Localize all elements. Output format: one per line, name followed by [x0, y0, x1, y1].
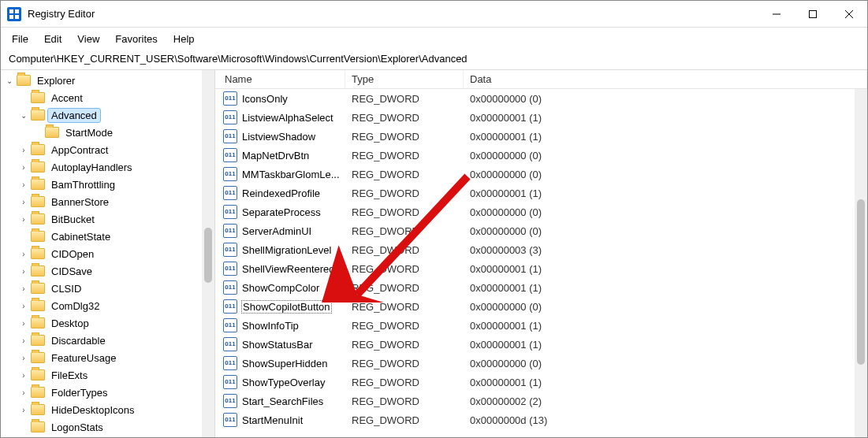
tree-scrollbar[interactable] [202, 70, 214, 437]
value-row[interactable]: 011ReindexedProfileREG_DWORD0x00000001 (… [215, 184, 867, 202]
chevron-right-icon[interactable]: › [18, 144, 29, 155]
value-name: ListviewAlphaSelect [242, 112, 333, 124]
tree-node[interactable]: ·StartMode [1, 124, 214, 141]
folder-icon [31, 213, 45, 225]
menu-view[interactable]: View [69, 31, 107, 47]
value-row[interactable]: 011SeparateProcessREG_DWORD0x00000000 (0… [215, 202, 867, 221]
value-row[interactable]: 011MapNetDrvBtnREG_DWORD0x00000000 (0) [215, 146, 867, 165]
tree-node[interactable]: ⌄Explorer [1, 72, 214, 89]
chevron-right-icon[interactable]: › [18, 317, 29, 328]
value-row[interactable]: 011ShowInfoTipREG_DWORD0x00000001 (1) [215, 316, 867, 335]
chevron-right-icon[interactable]: › [18, 300, 29, 311]
chevron-right-icon[interactable]: › [18, 352, 29, 363]
address-bar[interactable]: Computer\HKEY_CURRENT_USER\Software\Micr… [1, 50, 867, 70]
menu-help[interactable]: Help [166, 31, 203, 47]
value-row[interactable]: 011ShellViewReenteredREG_DWORD0x00000001… [215, 259, 867, 278]
chevron-right-icon[interactable]: › [18, 248, 29, 259]
window-title: Registry Editor [28, 8, 95, 20]
tree-node[interactable]: ›Desktop [1, 314, 214, 332]
maximize-button[interactable] [795, 1, 831, 28]
value-row[interactable]: 011ShowTypeOverlayREG_DWORD0x00000001 (1… [215, 373, 867, 392]
close-button[interactable] [831, 1, 867, 28]
tree-node[interactable]: ·Accent [1, 89, 214, 106]
value-name: ServerAdminUI [242, 225, 311, 237]
tree-node[interactable]: ›AppContract [1, 141, 214, 158]
chevron-right-icon[interactable]: › [18, 265, 29, 277]
cell-name: 011ReindexedProfile [215, 186, 345, 200]
chevron-right-icon[interactable]: › [18, 404, 29, 415]
value-row[interactable]: 011StartMenuInitREG_DWORD0x0000000d (13) [215, 410, 867, 429]
tree-node[interactable]: ›FileExts [1, 366, 214, 384]
cell-data: 0x00000001 (1) [464, 377, 867, 388]
chevron-right-icon[interactable]: › [18, 179, 29, 190]
tree-node[interactable]: ›FolderTypes [1, 384, 214, 401]
header-name[interactable]: Name [215, 70, 345, 88]
value-row[interactable]: 011Start_SearchFilesREG_DWORD0x00000002 … [215, 392, 867, 410]
chevron-down-icon[interactable]: ⌄ [4, 75, 15, 86]
titlebar: Registry Editor [1, 1, 867, 28]
value-row[interactable]: 011ListviewAlphaSelectREG_DWORD0x0000000… [215, 108, 867, 127]
tree-node[interactable]: ›CIDOpen [1, 245, 214, 262]
list-pane: Name Type Data 011IconsOnlyREG_DWORD0x00… [215, 70, 867, 437]
folder-icon [45, 127, 59, 138]
folder-icon [31, 421, 45, 432]
menu-edit[interactable]: Edit [36, 31, 69, 47]
value-row[interactable]: 011ListviewShadowREG_DWORD0x00000001 (1) [215, 127, 867, 146]
dword-value-icon: 011 [223, 318, 237, 332]
tree-node-label: BitBucket [48, 213, 98, 226]
value-row[interactable]: 011ShowCopilotButtonREG_DWORD0x00000000 … [215, 297, 867, 316]
cell-name: 011ListviewShadow [215, 129, 345, 143]
menu-file[interactable]: File [4, 31, 36, 47]
cell-type: REG_DWORD [345, 358, 464, 369]
tree-node[interactable]: ›BitBucket [1, 210, 214, 228]
tree-node[interactable]: ›ComDlg32 [1, 297, 214, 314]
list-scrollbar[interactable] [855, 89, 867, 437]
tree-node[interactable]: ›CLSID [1, 280, 214, 297]
tree-pane[interactable]: ⌄Explorer·Accent⌄Advanced·StartMode›AppC… [1, 70, 215, 437]
chevron-right-icon[interactable]: › [18, 283, 29, 294]
tree-node[interactable]: ›BamThrottling [1, 176, 214, 193]
tree-node[interactable]: ›CIDSave [1, 262, 214, 280]
cell-data: 0x00000001 (1) [464, 320, 867, 332]
value-row[interactable]: 011ShowCompColorREG_DWORD0x00000001 (1) [215, 278, 867, 297]
value-name: ReindexedProfile [242, 187, 320, 199]
chevron-right-icon[interactable]: › [18, 196, 29, 207]
tree-node[interactable]: ›BannerStore [1, 193, 214, 210]
chevron-right-icon[interactable]: › [18, 387, 29, 398]
app-icon [7, 7, 21, 21]
cell-type: REG_DWORD [345, 395, 464, 407]
tree-node[interactable]: ·LogonStats [1, 418, 214, 436]
folder-icon [31, 300, 45, 311]
menu-favorites[interactable]: Favorites [107, 31, 165, 47]
cell-name: 011ShellMigrationLevel [215, 243, 345, 257]
cell-name: 011MapNetDrvBtn [215, 148, 345, 162]
tree-node[interactable]: ›Discardable [1, 332, 214, 349]
tree-node-label: CabinetState [48, 230, 114, 243]
folder-icon [31, 387, 45, 398]
header-data[interactable]: Data [464, 70, 867, 88]
chevron-down-icon[interactable]: ⌄ [18, 110, 29, 121]
value-row[interactable]: 011MMTaskbarGlomLe...REG_DWORD0x00000000… [215, 165, 867, 184]
tree-node[interactable]: ›FeatureUsage [1, 349, 214, 366]
cell-name: 011ShowSuperHidden [215, 356, 345, 370]
cell-type: REG_DWORD [345, 93, 464, 105]
chevron-right-icon[interactable]: › [18, 213, 29, 225]
header-type[interactable]: Type [345, 70, 464, 88]
value-name: StartMenuInit [242, 414, 303, 426]
cell-name: 011ShowCompColor [215, 280, 345, 295]
cell-type: REG_DWORD [345, 225, 464, 237]
folder-icon [31, 317, 45, 328]
chevron-right-icon[interactable]: › [18, 335, 29, 346]
value-row[interactable]: 011ShellMigrationLevelREG_DWORD0x0000000… [215, 240, 867, 259]
tree-node[interactable]: ·CabinetState [1, 228, 214, 245]
chevron-right-icon[interactable]: › [18, 161, 29, 173]
tree-node[interactable]: ›HideDesktopIcons [1, 401, 214, 418]
value-row[interactable]: 011ShowSuperHiddenREG_DWORD0x00000000 (0… [215, 354, 867, 373]
value-row[interactable]: 011ShowStatusBarREG_DWORD0x00000001 (1) [215, 335, 867, 354]
value-row[interactable]: 011ServerAdminUIREG_DWORD0x00000000 (0) [215, 221, 867, 240]
value-row[interactable]: 011IconsOnlyREG_DWORD0x00000000 (0) [215, 89, 867, 108]
minimize-button[interactable] [758, 1, 795, 28]
tree-node[interactable]: ›AutoplayHandlers [1, 158, 214, 176]
tree-node[interactable]: ⌄Advanced [1, 106, 214, 124]
chevron-right-icon[interactable]: › [18, 369, 29, 380]
